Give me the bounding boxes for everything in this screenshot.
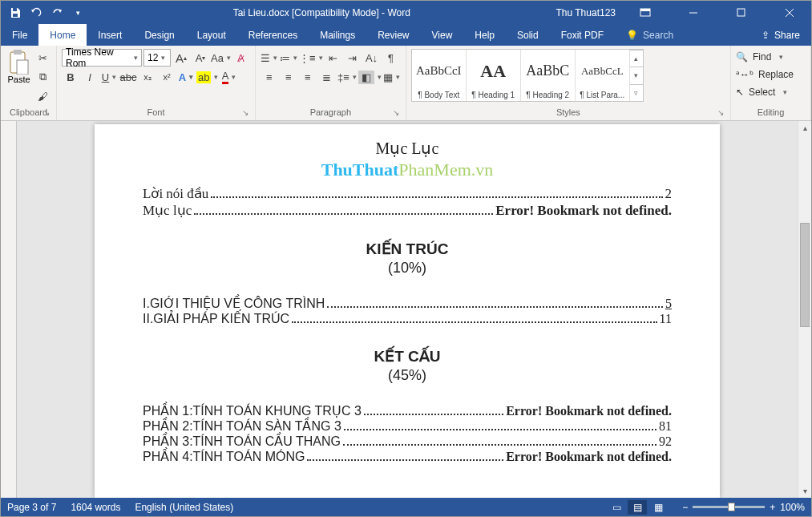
read-mode-icon[interactable]: ▭ (607, 500, 626, 515)
zoom-in-icon[interactable]: + (770, 502, 775, 513)
bullets-icon[interactable]: ☰▾ (261, 49, 278, 67)
font-size-combo[interactable]: 12▾ (143, 49, 171, 67)
cut-icon[interactable]: ✂ (34, 49, 51, 67)
style-item[interactable]: AaBbCcI¶ Body Text (412, 50, 467, 101)
zoom-out-icon[interactable]: − (682, 502, 688, 513)
vertical-scrollbar[interactable]: ▴ ▾ (798, 121, 811, 498)
tab-solid[interactable]: Solid (506, 24, 550, 46)
align-center-icon[interactable]: ≡ (280, 68, 297, 86)
paste-button[interactable]: Paste (7, 49, 30, 84)
replace-button[interactable]: ᵃ↔ᵇReplace (736, 67, 806, 83)
format-painter-icon[interactable]: 🖌 (34, 87, 51, 105)
page[interactable]: Mục Lục ThuThuatPhanMem.vn Lời nói đầu2M… (95, 124, 720, 498)
scroll-up-icon[interactable]: ▴ (798, 121, 811, 135)
watermark: ThuThuatPhanMem.vn (143, 160, 672, 180)
qat-customize-icon[interactable]: ▾ (68, 3, 87, 22)
zoom-level[interactable]: 100% (780, 502, 805, 513)
styles-launcher-icon[interactable]: ↘ (717, 108, 724, 117)
section-sub: (10%) (143, 260, 672, 277)
tab-help[interactable]: Help (463, 24, 506, 46)
scroll-down-icon[interactable]: ▾ (798, 484, 811, 498)
sort-icon[interactable]: A↓ (363, 49, 381, 67)
select-button[interactable]: ↖Select▾ (736, 84, 806, 100)
document-scroll[interactable]: Mục Lục ThuThuatPhanMem.vn Lời nói đầu2M… (17, 121, 798, 498)
numbering-icon[interactable]: ≔▾ (280, 49, 297, 67)
subscript-icon[interactable]: x₂ (139, 68, 156, 86)
gallery-up-icon[interactable]: ▴ (630, 50, 643, 67)
clear-formatting-icon[interactable]: A̷ (232, 49, 250, 67)
search-icon: 🔍 (736, 51, 748, 63)
justify-icon[interactable]: ≣ (318, 68, 336, 86)
save-icon[interactable] (6, 3, 25, 22)
line-spacing-icon[interactable]: ‡≡▾ (337, 68, 357, 86)
cursor-icon: ↖ (736, 87, 744, 98)
title-right: Thu Thuat123 (555, 1, 811, 24)
title-bar: ▾ Tai Lieu.docx [Compatibility Mode] - W… (1, 1, 811, 24)
styles-gallery[interactable]: AaBbCcI¶ Body TextAA¶ Heading 1AaBbC¶ He… (411, 49, 644, 102)
increase-indent-icon[interactable]: ⇥ (344, 49, 362, 67)
redo-icon[interactable] (47, 3, 67, 22)
decrease-indent-icon[interactable]: ⇤ (325, 49, 342, 67)
text-effects-icon[interactable]: A▾ (177, 68, 195, 86)
close-icon[interactable] (771, 1, 808, 24)
tab-mailings[interactable]: Mailings (309, 24, 366, 46)
print-layout-icon[interactable]: ▤ (628, 500, 647, 515)
shrink-font-icon[interactable]: A▾ (192, 49, 209, 67)
tab-home[interactable]: Home (38, 24, 87, 46)
share-button[interactable]: ⇪Share (750, 24, 811, 46)
maximize-icon[interactable] (723, 1, 760, 24)
tab-foxit[interactable]: Foxit PDF (550, 24, 615, 46)
align-left-icon[interactable]: ≡ (261, 68, 278, 86)
status-page[interactable]: Page 3 of 7 (7, 502, 56, 513)
tab-review[interactable]: Review (366, 24, 420, 46)
web-layout-icon[interactable]: ▦ (648, 500, 668, 515)
scroll-thumb[interactable] (800, 223, 810, 327)
find-button[interactable]: 🔍Find▾ (736, 49, 806, 65)
style-item[interactable]: AA¶ Heading 1 (467, 50, 521, 101)
tab-design[interactable]: Design (133, 24, 185, 46)
style-item[interactable]: AaBbC¶ Heading 2 (521, 50, 576, 101)
vertical-ruler[interactable] (1, 121, 17, 498)
ribbon-display-icon[interactable] (627, 1, 664, 24)
font-name-combo[interactable]: Times New Rom▾ (62, 49, 142, 67)
grow-font-icon[interactable]: A▴ (172, 49, 190, 67)
borders-icon[interactable]: ▦▾ (383, 68, 401, 86)
zoom-slider[interactable] (693, 506, 765, 508)
status-language[interactable]: English (United States) (135, 502, 233, 513)
clipboard-launcher-icon[interactable]: ↘ (43, 108, 50, 117)
underline-icon[interactable]: U▾ (100, 68, 118, 86)
tab-insert[interactable]: Insert (87, 24, 133, 46)
font-color-icon[interactable]: A▾ (220, 68, 237, 86)
toc-entry: Mục lụcError! Bookmark not defined. (143, 202, 672, 219)
shading-icon[interactable]: ◧▾ (358, 68, 382, 86)
toc-entry: PHẦN 3:TÍNH TOÁN CẦU THANG 92 (143, 434, 672, 449)
tab-layout[interactable]: Layout (186, 24, 237, 46)
tab-references[interactable]: References (237, 24, 309, 46)
status-words[interactable]: 1604 words (71, 502, 120, 513)
highlight-icon[interactable]: ab▾ (196, 68, 218, 86)
show-marks-icon[interactable]: ¶ (382, 49, 400, 67)
italic-icon[interactable]: I (81, 68, 99, 86)
paragraph-launcher-icon[interactable]: ↘ (393, 108, 399, 117)
copy-icon[interactable]: ⧉ (34, 68, 51, 86)
multilevel-icon[interactable]: ⋮≡▾ (299, 49, 323, 67)
superscript-icon[interactable]: x² (158, 68, 176, 86)
svg-rect-10 (17, 60, 28, 75)
align-right-icon[interactable]: ≡ (299, 68, 317, 86)
tab-file[interactable]: File (1, 24, 38, 46)
strikethrough-icon[interactable]: abc (119, 68, 137, 86)
gallery-down-icon[interactable]: ▾ (630, 67, 643, 83)
style-item[interactable]: AaBbCcL¶ List Para... (576, 50, 630, 101)
search-box[interactable]: 💡Search (615, 24, 685, 46)
user-name[interactable]: Thu Thuat123 (555, 7, 616, 18)
section-sub: (45%) (143, 367, 672, 384)
doc-title: Mục Lục (143, 139, 672, 158)
undo-icon[interactable] (26, 3, 46, 22)
bold-icon[interactable]: B (62, 68, 79, 86)
gallery-more-icon[interactable]: ▿ (630, 84, 643, 101)
group-editing: 🔍Find▾ ᵃ↔ᵇReplace ↖Select▾ Editing (731, 46, 811, 120)
change-case-icon[interactable]: Aa▾ (211, 49, 231, 67)
tab-view[interactable]: View (421, 24, 464, 46)
font-launcher-icon[interactable]: ↘ (242, 108, 248, 117)
minimize-icon[interactable] (675, 1, 712, 24)
